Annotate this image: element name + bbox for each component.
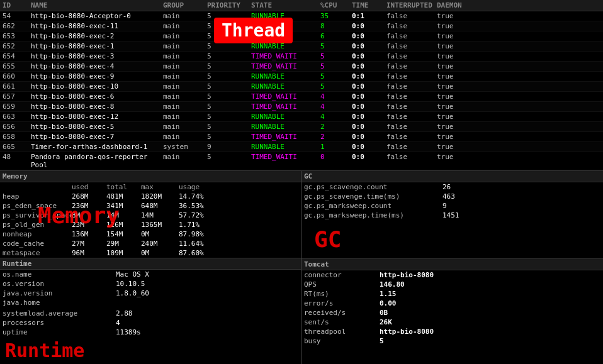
mem-row-total: 109M [106, 249, 141, 257]
table-row: 665 Timer-for-arthas-dashboard-1 system … [0, 142, 603, 152]
thread-group: main [163, 52, 207, 60]
thread-id: 48 [3, 153, 31, 169]
thread-name: http-bio-8080-exec-10 [31, 82, 163, 91]
table-row: 658 http-bio-8080-exec-7 main 5 TIMED_WA… [0, 132, 603, 142]
thread-cpu: 5 [320, 42, 352, 50]
thread-group: main [163, 42, 207, 50]
thread-cpu: 2 [320, 123, 352, 131]
thread-group: main [163, 32, 207, 40]
thread-group: main [163, 72, 207, 80]
thread-daemon: true [437, 102, 475, 111]
thread-group: main [163, 153, 207, 169]
thread-id: 663 [3, 113, 31, 121]
thread-cpu: 1 [320, 143, 352, 151]
gc-row-value: 26 [442, 183, 493, 191]
thread-interrupted: false [386, 153, 437, 169]
thread-priority: 5 [207, 72, 251, 80]
tomcat-row-value: 1.15 [380, 290, 600, 298]
thread-interrupted: false [386, 42, 437, 50]
mem-row-name: heap [3, 192, 72, 201]
thread-daemon: true [437, 72, 475, 80]
thread-daemon: true [437, 153, 475, 169]
list-item: gc.ps_marksweep.time(ms) 1451 [302, 211, 603, 220]
memory-col-headers: used total max usage [0, 182, 301, 192]
runtime-row-name: os.name [3, 270, 116, 279]
runtime-row-name: processors [3, 319, 116, 327]
thread-id: 653 [3, 32, 31, 40]
tomcat-row-name: error/s [304, 299, 380, 307]
col-daemon-header: DAEMON [437, 1, 475, 9]
thread-interrupted: false [386, 143, 437, 151]
list-item: gc.ps_scavenge.time(ms) 463 [302, 192, 603, 201]
thread-interrupted: false [386, 32, 437, 40]
runtime-row-value: 4 [116, 319, 298, 327]
thread-priority: 5 [207, 133, 251, 141]
thread-time: 0:0 [352, 133, 386, 141]
thread-daemon: true [437, 123, 475, 131]
thread-time: 0:0 [352, 82, 386, 91]
thread-rows-container: 54 http-bio-8080-Acceptor-0 main 5 RUNNA… [0, 11, 603, 170]
list-item: uptime 11389s [0, 328, 301, 337]
list-item: sent/s 26K [302, 317, 603, 327]
table-row: 653 http-bio-8080-exec-2 main 5 RUNNABLE… [0, 31, 603, 41]
mem-row-total: 29M [106, 240, 141, 248]
tomcat-row-name: received/s [304, 309, 380, 317]
list-item: os.version 10.10.5 [0, 279, 301, 289]
thread-time: 0:1 [352, 12, 386, 20]
runtime-row-value: 11389s [116, 328, 298, 336]
thread-state: TIMED_WAITI [251, 153, 320, 169]
col-state-header: STATE [251, 1, 320, 9]
runtime-row-name: java.version [3, 289, 116, 297]
thread-name: http-bio-8080-exec-5 [31, 123, 163, 131]
list-item: java.home [0, 298, 301, 307]
thread-time: 0:0 [352, 52, 386, 60]
thread-name: http-bio-8080-exec-3 [31, 52, 163, 60]
thread-state: RUNNABLE [251, 82, 320, 91]
runtime-row-value: 1.8.0_60 [116, 289, 298, 297]
thread-group: main [163, 12, 207, 20]
right-panels: GC gc.ps_scavenge.count 26 gc.ps_scaveng… [302, 171, 603, 364]
memory-section: Memory used total max usage Memory heap … [0, 171, 301, 258]
table-row: 655 http-bio-8080-exec-4 main 5 TIMED_WA… [0, 62, 603, 72]
thread-interrupted: false [386, 12, 437, 20]
memory-label-big: Memory [38, 202, 120, 228]
runtime-row-name: uptime [3, 328, 116, 336]
thread-priority: 5 [207, 92, 251, 101]
mem-row-max: 0M [141, 230, 179, 238]
list-item: error/s 0.00 [302, 299, 603, 308]
list-item: gc.ps_scavenge.count 26 [302, 182, 603, 192]
gc-row-value: 9 [442, 202, 493, 210]
thread-id: 654 [3, 52, 31, 60]
thread-cpu: 4 [320, 113, 352, 121]
thread-name: http-bio-8080-exec-7 [31, 133, 163, 141]
thread-id: 54 [3, 12, 31, 20]
mem-col-used: used [72, 183, 106, 191]
thread-cpu: 0 [320, 153, 352, 169]
mem-row-usage: 57.72% [179, 211, 213, 219]
thread-name: http-bio-8080-exec-11 [31, 22, 163, 30]
thread-label: Thread [214, 18, 293, 43]
mem-row-name: nonheap [3, 230, 72, 238]
mem-row-usage: 36.53% [179, 202, 213, 210]
mem-row-max: 14M [141, 211, 179, 219]
thread-time: 0:0 [352, 143, 386, 151]
thread-id: 657 [3, 92, 31, 101]
table-row: 656 http-bio-8080-exec-5 main 5 RUNNABLE… [0, 122, 603, 132]
runtime-label-big: Runtime [0, 337, 301, 364]
thread-interrupted: false [386, 22, 437, 30]
thread-id: 658 [3, 133, 31, 141]
tomcat-rows-container: connector http-bio-8080 QPS 146.80 RT(ms… [302, 270, 603, 346]
thread-name: http-bio-8080-exec-9 [31, 72, 163, 80]
tomcat-row-value: 0B [380, 309, 600, 317]
mem-row-usage: 87.60% [179, 249, 213, 257]
thread-daemon: true [437, 113, 475, 121]
thread-time: 0:0 [352, 62, 386, 70]
thread-state: TIMED_WAITI [251, 92, 320, 101]
thread-group: main [163, 123, 207, 131]
thread-id: 652 [3, 42, 31, 50]
thread-id: 661 [3, 82, 31, 91]
memory-section-header: Memory [0, 171, 301, 182]
thread-interrupted: false [386, 52, 437, 60]
tomcat-section-header: Tomcat [302, 259, 603, 270]
thread-state: RUNNABLE [251, 123, 320, 131]
